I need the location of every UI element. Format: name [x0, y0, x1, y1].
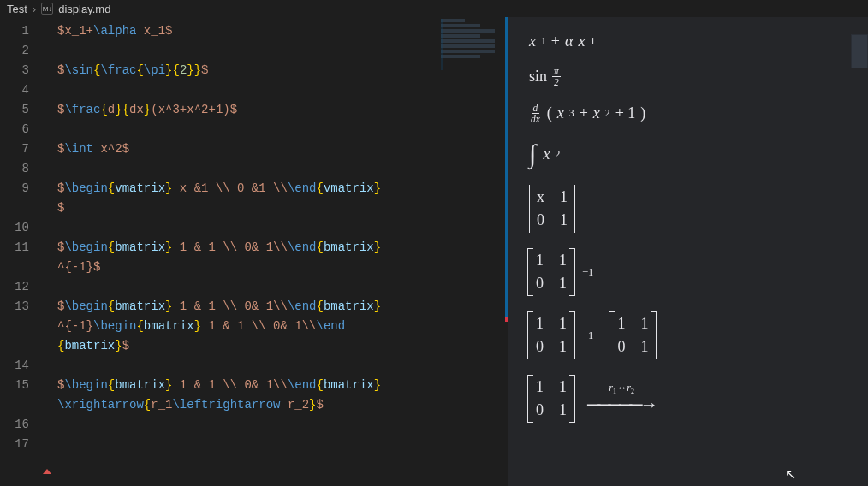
code-line[interactable] [57, 277, 508, 297]
preview-eq-7: 11 01 −1 11 01 [529, 311, 847, 359]
code-line[interactable] [57, 159, 508, 179]
line-number: 13 [0, 297, 45, 317]
line-number: 2 [0, 41, 45, 61]
code-line[interactable]: $\begin{bmatrix} 1 & 1 \\ 0& 1\\\end{bma… [57, 376, 508, 395]
line-number: 7 [0, 139, 45, 159]
code-line[interactable] [57, 41, 508, 61]
line-number [0, 336, 45, 356]
code-line[interactable] [57, 80, 508, 100]
line-number: 10 [0, 218, 45, 238]
preview-eq-6: 11 01 −1 [529, 248, 847, 296]
code-line[interactable]: $\sin{\frac{\pi}{2}}$ [57, 61, 508, 80]
line-number: 8 [0, 159, 45, 179]
breadcrumb-separator-icon: › [33, 3, 36, 15]
mouse-cursor-icon: ↖ [785, 466, 796, 483]
preview-eq-2: sin π2 [529, 66, 847, 87]
code-line[interactable]: $\begin{bmatrix} 1 & 1 \\ 0& 1\\\end{bma… [57, 238, 508, 258]
code-line[interactable] [57, 435, 508, 454]
markdown-preview-pane: x1 + αx1 sin π2 ddx ( x3 + x2 + 1 ) ∫ x2… [508, 17, 868, 486]
code-editor-content[interactable]: $x_1+\alpha x_1$$\sin{\frac{\pi}{2}}$$\f… [45, 17, 508, 486]
code-line[interactable] [57, 218, 508, 238]
preview-eq-3: ddx ( x3 + x2 + 1 ) [529, 103, 847, 124]
breadcrumb[interactable]: Test › M↓ display.md [0, 0, 868, 17]
line-number: 11 [0, 238, 45, 258]
line-number: 9 [0, 179, 45, 199]
preview-eq-4: ∫ x2 [529, 139, 847, 169]
line-number [0, 395, 45, 415]
line-number: 15 [0, 376, 45, 395]
line-number: 5 [0, 100, 45, 120]
line-number: 6 [0, 120, 45, 139]
breadcrumb-folder[interactable]: Test [7, 3, 27, 15]
preview-eq-1: x1 + αx1 [529, 33, 847, 50]
code-line[interactable] [57, 120, 508, 139]
line-number [0, 199, 45, 218]
preview-side-button[interactable] [851, 34, 868, 68]
code-line[interactable]: $\frac{d}{dx}(x^3+x^2+1)$ [57, 100, 508, 120]
line-number: 16 [0, 415, 45, 435]
line-number: 14 [0, 356, 45, 376]
code-line[interactable]: $\int x^2$ [57, 139, 508, 159]
editor-scroll-accent [505, 17, 508, 317]
markdown-file-icon: M↓ [41, 3, 53, 15]
line-number [0, 317, 45, 336]
line-number [0, 258, 45, 277]
preview-eq-5: x1 01 [529, 185, 847, 233]
code-line[interactable] [57, 415, 508, 435]
line-number: 3 [0, 61, 45, 80]
breadcrumb-filename[interactable]: display.md [58, 3, 110, 15]
overflow-indicator-icon [43, 469, 51, 474]
editor-error-marker [505, 317, 508, 322]
code-line[interactable]: ^{-1}\begin{bmatrix} 1 & 1 \\ 0& 1\\\end [57, 317, 508, 336]
code-line[interactable]: $\begin{bmatrix} 1 & 1 \\ 0& 1\\\end{bma… [57, 297, 508, 317]
line-number: 12 [0, 277, 45, 297]
editor-pane[interactable]: 1234567891011121314151617 $x_1+\alpha x_… [0, 17, 508, 486]
code-line[interactable] [57, 356, 508, 376]
line-number-gutter: 1234567891011121314151617 [0, 17, 45, 486]
line-number: 1 [0, 21, 45, 41]
line-number: 17 [0, 435, 45, 454]
preview-eq-8: 11 01 r1↔r2 ─────→ [529, 375, 847, 423]
code-line[interactable]: $ [57, 199, 508, 218]
code-line[interactable]: ^{-1}$ [57, 258, 508, 277]
code-line[interactable]: $\begin{vmatrix} x &1 \\ 0 &1 \\\end{vma… [57, 179, 508, 199]
code-line[interactable]: {bmatrix}$ [57, 336, 508, 356]
line-number: 4 [0, 80, 45, 100]
code-line[interactable]: \xrightarrow{r_1\leftrightarrow r_2}$ [57, 395, 508, 415]
code-line[interactable]: $x_1+\alpha x_1$ [57, 21, 508, 41]
